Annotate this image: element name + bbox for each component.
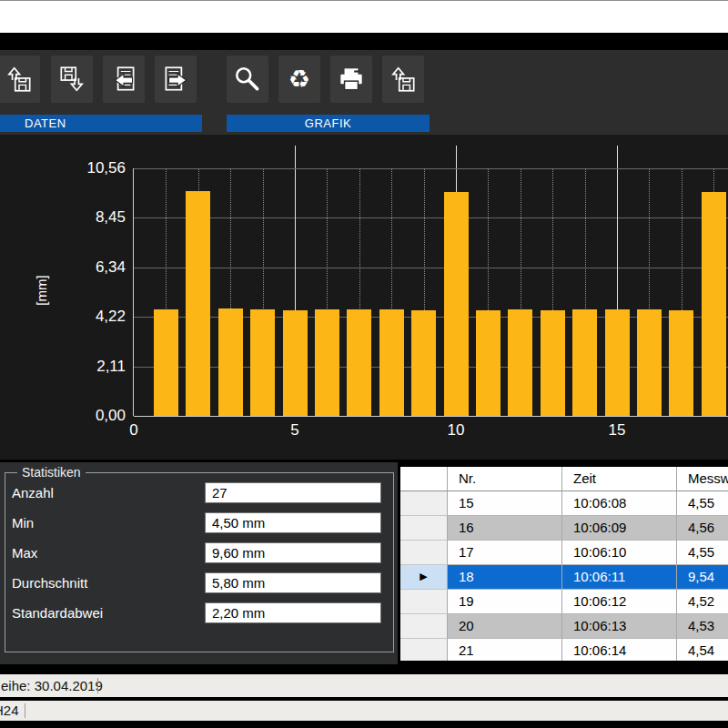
zeit-cell[interactable]: 10:06:11	[562, 565, 677, 590]
zeit-cell[interactable]: 10:06:08	[562, 491, 677, 516]
floppy-arrow-down-icon	[56, 65, 87, 94]
chart-bar	[250, 309, 275, 416]
statusbar-series: eihe: 30.04.2019	[0, 674, 728, 697]
y-tick-label: 0,00	[27, 407, 126, 425]
chart-bar	[154, 309, 178, 416]
statusbar-device: H24	[0, 701, 728, 721]
y-axis-line	[133, 168, 134, 416]
measurement-table: Nr.ZeitMesswert1510:06:084,551610:06:094…	[400, 467, 728, 661]
messwert-cell[interactable]: 4,56	[677, 516, 728, 541]
messwert-cell[interactable]: 9,54	[677, 565, 728, 590]
chart-bar	[541, 310, 565, 416]
save-graphic-button[interactable]	[382, 56, 424, 103]
column-header-nr[interactable]: Nr.	[448, 467, 562, 491]
statistics-panel: Statistiken Anzahl27Min4,50 mmMax9,60 mm…	[0, 462, 398, 664]
floppy-arrow-up-icon	[388, 65, 419, 94]
import-data-button[interactable]	[103, 56, 145, 103]
load-data-button[interactable]	[0, 56, 40, 103]
row-selector-cell[interactable]	[400, 541, 448, 565]
chart-bar	[315, 309, 339, 416]
zeit-cell[interactable]: 10:06:09	[562, 516, 677, 541]
nr-cell[interactable]: 15	[448, 491, 562, 516]
chart-bar	[186, 191, 210, 416]
y-tick-label: 10,56	[27, 159, 126, 177]
zeit-cell[interactable]: 10:06:12	[562, 590, 677, 614]
messwert-cell[interactable]: 4,55	[677, 541, 728, 565]
nr-cell[interactable]: 17	[448, 541, 562, 565]
y-gridline	[134, 217, 728, 218]
refresh-button[interactable]: ♻	[278, 56, 320, 103]
zeit-cell[interactable]: 10:06:10	[562, 541, 677, 565]
plot-top-border	[134, 168, 728, 169]
chart-bar	[572, 309, 597, 416]
toolbar-group-label-daten: DATEN	[0, 115, 202, 132]
chart-bar	[508, 309, 532, 416]
nr-cell[interactable]: 18	[448, 565, 562, 590]
separator-band	[0, 33, 728, 50]
chart-bar	[444, 192, 469, 416]
column-header-zeit[interactable]: Zeit	[562, 467, 677, 491]
statusbar-separator	[97, 678, 98, 693]
max-field[interactable]: 9,60 mm	[205, 542, 381, 563]
row-selector-arrow-icon[interactable]: ▶	[400, 565, 448, 590]
y-gridline	[134, 268, 728, 268]
chart-bar	[637, 309, 662, 416]
standardabwei-field[interactable]: 2,20 mm	[205, 602, 381, 623]
zoom-button[interactable]	[227, 56, 268, 103]
print-button[interactable]	[330, 56, 372, 103]
y-tick-label: 2,11	[27, 358, 126, 376]
nr-cell[interactable]: 21	[448, 639, 562, 661]
chart-bar	[702, 192, 726, 416]
printer-icon	[336, 65, 367, 94]
messwert-cell[interactable]: 4,54	[677, 639, 728, 661]
durchschnitt-field[interactable]: 5,80 mm	[205, 572, 381, 593]
anzahl-field[interactable]: 27	[205, 482, 381, 503]
y-axis-title: [mm]	[34, 259, 54, 321]
statusbar-device-text: H24	[0, 701, 19, 721]
statusbar-series-text: eihe: 30.04.2019	[1, 674, 103, 697]
x-tick-label: 5	[275, 421, 315, 440]
zeit-cell[interactable]: 10:06:13	[562, 614, 677, 639]
nr-cell[interactable]: 20	[448, 614, 562, 639]
row-selector-cell[interactable]	[400, 491, 448, 516]
floppy-arrow-up-icon	[4, 65, 35, 94]
row-selector-cell[interactable]	[400, 516, 448, 541]
stat-label-durchschnitt: Durchschnitt	[12, 575, 87, 591]
stat-label-max: Max	[12, 545, 37, 561]
chart-bar	[605, 309, 630, 416]
zeit-cell[interactable]: 10:06:14	[562, 639, 677, 661]
y-gridline	[134, 416, 728, 417]
toolbar: DATEN GRAFIK ♻	[0, 50, 728, 135]
x-tick-label: 0	[114, 421, 154, 440]
row-selector-cell[interactable]	[400, 639, 448, 661]
messwert-cell[interactable]: 4,52	[677, 590, 728, 614]
save-data-button[interactable]	[51, 56, 93, 103]
toolbar-group-label-grafik: GRAFIK	[227, 115, 430, 132]
chart-bar	[283, 310, 308, 416]
document-arrow-in-icon	[108, 65, 139, 94]
chart-bar	[347, 309, 371, 416]
statistics-groupbox-title: Statistiken	[17, 465, 86, 480]
chart-bar	[476, 310, 500, 416]
column-header-messwert[interactable]: Messwert	[677, 467, 728, 491]
stat-label-anzahl: Anzahl	[12, 485, 54, 500]
row-selector-cell[interactable]	[400, 614, 448, 639]
y-tick-label: 8,45	[27, 208, 126, 227]
export-data-button[interactable]	[155, 56, 197, 103]
x-tick-label: 15	[597, 421, 637, 440]
min-field[interactable]: 4,50 mm	[205, 512, 381, 533]
row-selector-cell[interactable]	[400, 590, 448, 614]
stat-label-standardabwei: Standardabwei	[12, 605, 103, 621]
chart-bar	[411, 310, 436, 416]
measurement-bar-chart: 0,002,114,226,348,4510,56051015[mm]	[0, 135, 728, 460]
messwert-cell[interactable]: 4,53	[677, 614, 728, 639]
nr-cell[interactable]: 16	[448, 516, 562, 541]
header-selector-cell	[400, 467, 448, 491]
stat-label-min: Min	[12, 515, 34, 531]
chart-bar	[379, 309, 404, 416]
messwert-cell[interactable]: 4,55	[677, 491, 728, 516]
statusbar-separator	[25, 703, 25, 718]
magnifier-icon	[232, 65, 263, 94]
nr-cell[interactable]: 19	[448, 590, 562, 614]
chart-bar	[669, 310, 693, 416]
